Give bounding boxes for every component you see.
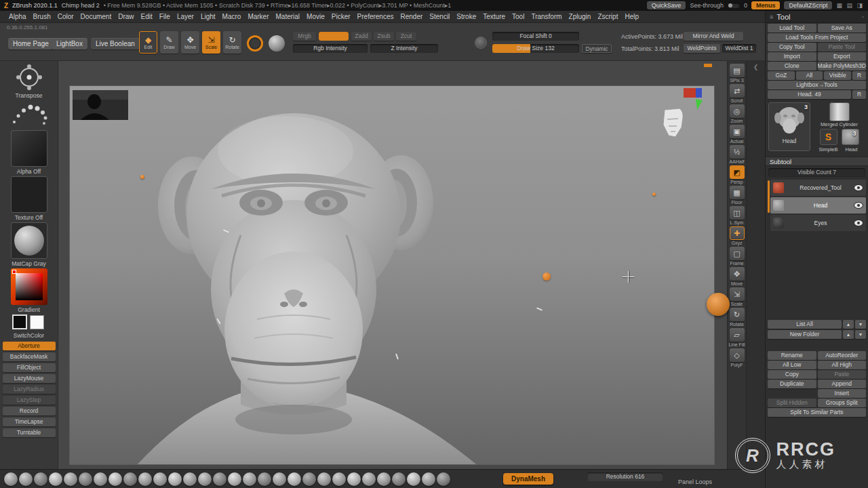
menu-tool[interactable]: Tool	[509, 12, 528, 22]
stroke-preview-icon[interactable]	[475, 37, 487, 49]
material-thumb[interactable]	[4, 472, 18, 486]
material-thumb[interactable]	[19, 472, 33, 486]
menu-preferences[interactable]: Preferences	[354, 12, 397, 22]
mrgb-button[interactable]: Mrgb	[293, 32, 316, 41]
nav-actual[interactable]: ▣Actual	[728, 125, 746, 144]
panel-button-copy-tool[interactable]: Copy Tool	[768, 43, 816, 52]
live-boolean-button[interactable]: Live Boolean	[91, 38, 140, 49]
material-thumb[interactable]	[49, 472, 62, 486]
panel-button-paste[interactable]: Paste	[818, 370, 867, 379]
panel-menu-icon[interactable]: ≡	[770, 14, 773, 20]
axis-gizmo[interactable]	[684, 88, 704, 111]
see-through-toggle[interactable]	[728, 3, 740, 8]
panel-button-insert[interactable]: Insert	[818, 389, 867, 398]
material-thumb[interactable]	[213, 472, 226, 486]
folder-up-button[interactable]: ▲	[843, 330, 854, 339]
current-material-icon[interactable]	[269, 35, 285, 52]
panel-button-import[interactable]: Import	[768, 52, 816, 61]
subtool-row-recovered-tool[interactable]: Recovered_Tool	[770, 180, 866, 196]
zsub-button[interactable]: Zsub	[374, 32, 394, 41]
nav-zoom[interactable]: ◎Zoom	[728, 104, 746, 123]
menu-file[interactable]: File	[156, 12, 174, 22]
material-thumb[interactable]	[198, 472, 212, 486]
panel-circle-icon[interactable]: ◦	[862, 14, 864, 20]
current-brush-icon[interactable]	[247, 35, 263, 52]
material-thumb[interactable]	[64, 472, 77, 486]
recent-tool-head[interactable]: 3	[842, 129, 859, 145]
material-thumb[interactable]	[168, 472, 182, 486]
panel-button-head-49[interactable]: Head. 49	[768, 90, 851, 99]
material-thumb[interactable]	[273, 472, 286, 486]
default-zscript-button[interactable]: DefaultZScript	[784, 1, 832, 9]
panel-button-goz[interactable]: GoZ	[768, 71, 795, 80]
panel-button-load-tools-from-project[interactable]: Load Tools From Project	[768, 33, 866, 42]
visibility-eye-icon[interactable]	[854, 185, 863, 190]
panel-button-autoreorder[interactable]: AutoReorder	[818, 351, 867, 360]
shelf-tool-rotate[interactable]: ↻Rotate	[223, 31, 241, 54]
shelf-tool-move[interactable]: ✥Move	[181, 31, 199, 54]
switch-color-widget[interactable]	[11, 314, 47, 331]
material-thumb[interactable]	[332, 472, 346, 486]
visibility-eye-icon[interactable]	[854, 203, 863, 208]
material-thumb[interactable]	[377, 472, 391, 486]
nav-line-fill[interactable]: ▱Line Fill	[728, 328, 746, 347]
panel-button-visible[interactable]: Visible	[824, 71, 851, 80]
panel-button-lightbox-tools[interactable]: Lightbox→Tools	[768, 81, 866, 89]
shelf-tool-edit[interactable]: ◆Edit	[139, 31, 157, 54]
dynamic-button[interactable]: Dynamic	[582, 44, 612, 53]
tray-button-fillobject[interactable]: FillObject	[3, 363, 56, 372]
menu-document[interactable]: Document	[77, 12, 115, 22]
nav-persp[interactable]: ◩Persp	[728, 165, 746, 184]
tray-button-lazystep[interactable]: LazyStep	[3, 396, 56, 405]
menu-layer[interactable]: Layer	[174, 12, 197, 22]
panel-button-paste-tool[interactable]: Paste Tool	[818, 43, 867, 52]
tray-button-lazymouse[interactable]: LazyMouse	[3, 374, 56, 383]
material-thumb[interactable]	[347, 472, 361, 486]
stroke-dots-icon[interactable]	[10, 100, 48, 129]
panel-button-save-as[interactable]: Save As	[818, 24, 867, 33]
nav-floor[interactable]: ▦Floor	[728, 186, 746, 205]
material-thumb[interactable]	[392, 472, 406, 486]
panel-button-all-low[interactable]: All Low	[768, 361, 816, 369]
menu-material[interactable]: Material	[273, 12, 304, 22]
lightbox-button[interactable]: LightBox	[52, 38, 87, 49]
material-thumb[interactable]	[437, 472, 450, 486]
secondary-color-swatch[interactable]	[30, 315, 44, 329]
menu-macro[interactable]: Macro	[219, 12, 245, 22]
material-thumb[interactable]	[123, 472, 137, 486]
panel-button-all-high[interactable]: All High	[818, 361, 867, 369]
tray-button-aberture[interactable]: Aberture	[3, 342, 56, 350]
menu-transform[interactable]: Transform	[528, 12, 565, 22]
menu-zscript[interactable]: Zscript	[594, 12, 621, 22]
menu-alpha[interactable]: Alpha	[5, 12, 30, 22]
panel-button-duplicate[interactable]: Duplicate	[768, 380, 816, 388]
home-page-button[interactable]: Home Page	[8, 38, 54, 49]
panel-button-clone[interactable]: Clone	[768, 62, 816, 70]
document-area[interactable]	[69, 85, 715, 465]
camera-head-widget[interactable]	[659, 106, 686, 142]
resolution-slider[interactable]: Resolution 616	[587, 472, 663, 481]
panel-button-rename[interactable]: Rename	[768, 351, 816, 360]
texture-thumbnail[interactable]	[11, 176, 47, 213]
color-picker[interactable]	[11, 268, 47, 305]
menu-color[interactable]: Color	[54, 12, 77, 22]
nav-scale[interactable]: ⇲Scale	[728, 287, 746, 306]
menu-stroke[interactable]: Stroke	[453, 12, 479, 22]
menus-button[interactable]: Menus	[751, 1, 781, 9]
material-thumb[interactable]	[183, 472, 197, 486]
menu-draw[interactable]: Draw	[115, 12, 137, 22]
subtool-up-button[interactable]: ▲	[843, 320, 854, 329]
transpose-icon[interactable]	[14, 64, 44, 91]
panel-button-make-polymesh3d[interactable]: Make PolyMesh3D	[818, 62, 867, 70]
visibility-eye-icon[interactable]	[854, 220, 863, 226]
shelf-tool-draw[interactable]: ✎Draw	[160, 31, 178, 54]
menu-zplugin[interactable]: Zplugin	[566, 12, 595, 22]
material-thumb[interactable]	[153, 472, 167, 486]
material-thumb[interactable]	[288, 472, 301, 486]
menu-marker[interactable]: Marker	[244, 12, 272, 22]
menu-picker[interactable]: Picker	[328, 12, 354, 22]
tray-button-record[interactable]: Record	[3, 407, 56, 415]
z-intensity-slider[interactable]: Z Intensity	[370, 44, 438, 53]
weld-points-button[interactable]: WeldPoints	[684, 44, 720, 53]
panel-button-r[interactable]: R	[852, 71, 866, 80]
